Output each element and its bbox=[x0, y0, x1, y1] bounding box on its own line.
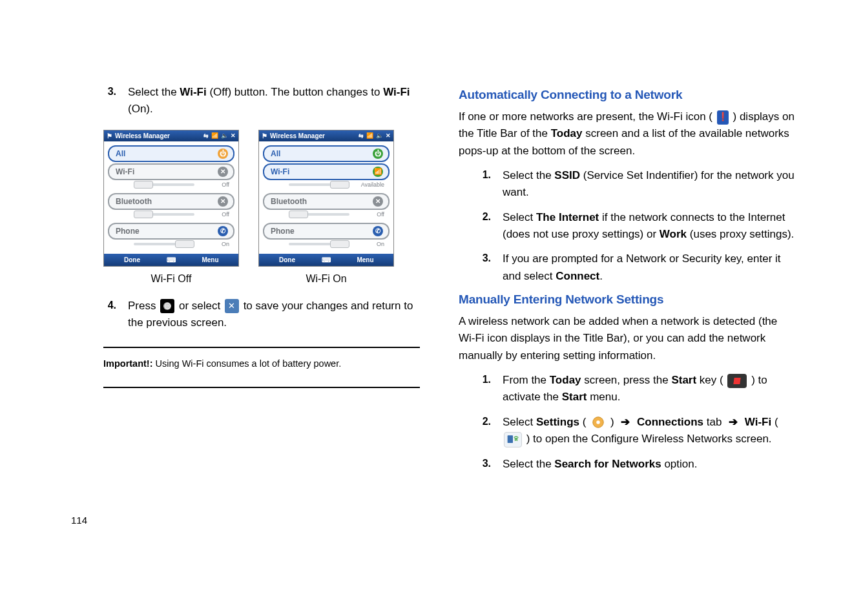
divider bbox=[103, 387, 420, 388]
auto-step-1: 1. Select the SSID (Service Set Indentif… bbox=[478, 167, 795, 201]
step-number: 3. bbox=[103, 84, 116, 118]
heading-manual: Manually Entering Network Settings bbox=[459, 293, 795, 307]
text: ) to open the Configure Wireless Network… bbox=[526, 433, 772, 445]
sound-icon: 🔈 bbox=[376, 132, 383, 139]
today-label: Today bbox=[551, 127, 583, 139]
svg-point-1 bbox=[596, 421, 600, 425]
step-number: 1. bbox=[478, 372, 491, 406]
wifi-button[interactable]: Wi-Fi 📶 bbox=[263, 163, 390, 180]
text: ) bbox=[610, 416, 614, 428]
flag-icon: ⚑ bbox=[107, 132, 112, 139]
wifi-slider[interactable]: Off bbox=[113, 181, 229, 188]
screenshot-row: ⚑Wireless Manager ⇆ 📶 🔈 ✕ All ⏻ Wi-Fi ✕ bbox=[103, 130, 420, 267]
keyboard-icon[interactable]: ⌨ bbox=[160, 254, 182, 266]
text: (Off) button. The button changes to bbox=[207, 86, 383, 98]
text: screen, press the bbox=[581, 374, 672, 386]
label: All bbox=[271, 149, 280, 158]
start-label: Start bbox=[671, 374, 696, 386]
step-body: From the Today screen, press the Start k… bbox=[503, 372, 795, 406]
wifi-button[interactable]: Wi-Fi ✕ bbox=[108, 163, 234, 180]
step-body: If you are prompted for a Network or Sec… bbox=[503, 251, 795, 285]
label: Wi-Fi bbox=[271, 167, 289, 176]
phone-button[interactable]: Phone ✆ bbox=[263, 223, 390, 240]
left-column: 3. Select the Wi-Fi (Off) button. The bu… bbox=[103, 84, 420, 616]
slider-label: Off bbox=[198, 181, 229, 188]
text: Press bbox=[128, 300, 159, 312]
auto-step-2: 2. Select The Internet if the network co… bbox=[478, 209, 795, 243]
label: Bluetooth bbox=[116, 197, 152, 206]
important-text: Using Wi-Fi consumes a lot of battery po… bbox=[153, 358, 342, 369]
slider-label: Available bbox=[353, 181, 384, 188]
important-note: Important!: Using Wi-Fi consumes a lot o… bbox=[103, 357, 420, 371]
ssid-label: SSID bbox=[554, 169, 580, 181]
bluetooth-button[interactable]: Bluetooth ✕ bbox=[263, 193, 390, 210]
phone-title: Wireless Manager bbox=[270, 132, 325, 139]
text: . bbox=[599, 270, 603, 282]
bluetooth-button[interactable]: Bluetooth ✕ bbox=[108, 193, 234, 210]
label: Wi-Fi bbox=[116, 167, 134, 176]
wifi-slider[interactable]: Available bbox=[268, 181, 384, 188]
label: Bluetooth bbox=[271, 197, 307, 206]
sound-icon: 🔈 bbox=[221, 132, 228, 139]
text: If you are prompted for a Network or Sec… bbox=[503, 252, 781, 282]
step-body: Select the Wi-Fi (Off) button. The butto… bbox=[128, 84, 420, 118]
signal-icon: 📶 bbox=[211, 132, 218, 139]
right-column: Automatically Connecting to a Network If… bbox=[459, 84, 795, 616]
ok-key-icon: ⊚ bbox=[160, 299, 174, 313]
work-label: Work bbox=[660, 228, 687, 240]
step-number: 3. bbox=[478, 251, 491, 285]
text: Select the bbox=[503, 169, 554, 181]
tray-icons: ⇆ 📶 🔈 ✕ bbox=[359, 132, 391, 139]
connections-label: Connections bbox=[637, 416, 703, 428]
keyboard-icon[interactable]: ⌨ bbox=[315, 254, 337, 266]
phone-footer: Done ⌨ Menu bbox=[104, 254, 238, 266]
close-icon: ✕ bbox=[386, 132, 391, 139]
caption-on: Wi-Fi On bbox=[258, 273, 394, 285]
text: or select bbox=[179, 300, 224, 312]
menu-button[interactable]: Menu bbox=[182, 254, 238, 266]
start-key-icon bbox=[727, 374, 747, 388]
sync-icon: ⇆ bbox=[203, 132, 209, 139]
phone-title-bar: ⚑Wireless Manager ⇆ 📶 🔈 ✕ bbox=[259, 130, 393, 141]
text: Select the bbox=[128, 86, 180, 98]
step-number: 1. bbox=[478, 167, 491, 201]
menu-button[interactable]: Menu bbox=[337, 254, 393, 266]
done-button[interactable]: Done bbox=[104, 254, 160, 266]
power-icon: ⏻ bbox=[218, 149, 228, 159]
slider-label: Off bbox=[353, 211, 384, 218]
start-menu-label: Start bbox=[562, 391, 587, 403]
manual-step-2: 2. Select Settings ( ) ➔ Connections tab… bbox=[478, 414, 795, 448]
phone-slider[interactable]: On bbox=[268, 241, 384, 247]
slider-label: Off bbox=[198, 211, 229, 218]
connect-label: Connect bbox=[556, 270, 599, 282]
phone-slider[interactable]: On bbox=[113, 241, 229, 247]
paragraph: A wireless network can be added when a n… bbox=[459, 313, 795, 364]
page-number: 114 bbox=[71, 515, 87, 526]
paragraph: If one or more networks are present, the… bbox=[459, 108, 795, 159]
phone-button[interactable]: Phone ✆ bbox=[108, 223, 234, 240]
text: (uses proxy settings). bbox=[687, 228, 794, 240]
label: Phone bbox=[116, 227, 140, 236]
today-label: Today bbox=[550, 374, 581, 386]
bt-slider[interactable]: Off bbox=[268, 211, 384, 218]
sync-icon: ⇆ bbox=[359, 132, 364, 139]
done-button[interactable]: Done bbox=[259, 254, 315, 266]
bluetooth-icon: ✕ bbox=[218, 196, 228, 207]
arrow-icon: ➔ bbox=[621, 414, 630, 431]
step-body: Press ⊚ or select ✕ to save your changes… bbox=[128, 298, 420, 332]
caption-off: Wi-Fi Off bbox=[103, 273, 239, 285]
wifi-on-icon: 📶 bbox=[373, 167, 383, 177]
phone-icon: ✆ bbox=[373, 226, 383, 236]
all-button[interactable]: All ⏻ bbox=[108, 145, 234, 162]
bt-slider[interactable]: Off bbox=[113, 211, 229, 218]
arrow-icon: ➔ bbox=[729, 414, 738, 431]
manual-step-1: 1. From the Today screen, press the Star… bbox=[478, 372, 795, 406]
heading-auto-connect: Automatically Connecting to a Network bbox=[459, 88, 795, 102]
text: ( bbox=[771, 416, 778, 428]
tray-icons: ⇆ 📶 🔈 ✕ bbox=[203, 132, 236, 139]
wifi-off-icon: ✕ bbox=[218, 167, 228, 177]
bluetooth-icon: ✕ bbox=[373, 196, 383, 207]
step-body: Select The Internet if the network conne… bbox=[503, 209, 795, 243]
all-button[interactable]: All ⏻ bbox=[263, 145, 390, 162]
text: Select bbox=[503, 416, 536, 428]
